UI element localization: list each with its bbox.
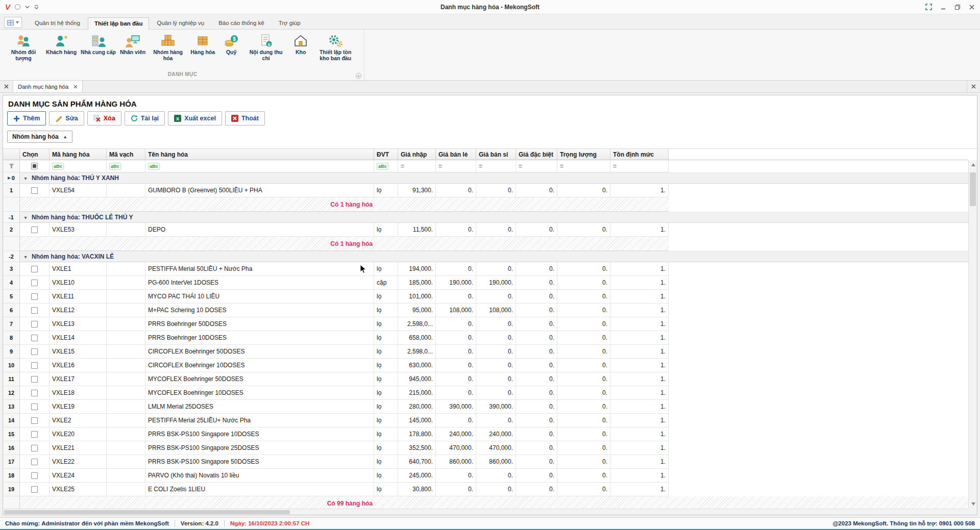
cell-gia-dac-biet[interactable]: 0. [516,455,557,469]
column-header-0[interactable]: Chọn [20,149,50,160]
cell-ten-hang-hoa[interactable]: PRRS BSK-PS100 Singapore 50DOSES [145,455,374,469]
horizontal-scrollbar[interactable] [3,509,968,515]
cell-dvt[interactable]: lọ [374,414,398,427]
cell-gia-nhap[interactable]: 2,598,0... [398,345,436,359]
row-checkbox[interactable] [31,431,38,438]
cell-chon[interactable] [20,359,50,372]
cell-ton-dinh-muc[interactable]: 1. [610,441,669,455]
grid-group-row[interactable]: ▶0▾Nhóm hàng hóa: THÚ Y XANH [3,172,968,184]
close-all-documents-button[interactable] [0,81,13,92]
cell-ma-hang-hoa[interactable]: VXLE13 [50,317,107,331]
cell-gia-dac-biet[interactable]: 0. [516,372,557,386]
cell-ten-hang-hoa[interactable]: CIRCOFLEX Boehringer 10DOSES [145,359,374,372]
vertical-scroll-thumb[interactable] [970,172,976,206]
cell-trong-luong[interactable]: 0. [557,469,610,483]
cell-ma-hang-hoa[interactable]: VXLE12 [50,304,107,317]
tai-lai-button[interactable]: Tải lại [125,111,165,125]
cell-gia-ban-le[interactable]: 0. [436,223,476,237]
filter-checkbox[interactable] [31,163,38,169]
cell-chon[interactable] [20,414,50,427]
cell-trong-luong[interactable]: 0. [557,276,610,290]
cell-gia-nhap[interactable]: 30,800. [398,483,436,496]
cell-ma-vach[interactable] [107,427,145,441]
quick-access-customize-icon[interactable] [34,5,39,9]
cell-gia-ban-si[interactable]: 0. [476,184,516,197]
row-checkbox[interactable] [31,445,38,451]
cell-gia-ban-le[interactable]: 0. [436,469,476,483]
cell-gia-dac-biet[interactable]: 0. [516,317,557,331]
row-checkbox[interactable] [31,403,38,410]
cell-ten-hang-hoa[interactable]: PESTIFFA Merial 25LIỀU+ Nước Pha [145,414,374,427]
cell-ma-hang-hoa[interactable]: VXLE24 [50,469,107,483]
cell-chon[interactable] [20,331,50,345]
cell-ma-vach[interactable] [107,304,145,317]
restore-icon[interactable] [954,4,961,10]
cell-trong-luong[interactable]: 0. [557,483,610,496]
row-checkbox[interactable] [31,187,38,194]
cell-ma-hang-hoa[interactable]: VXLE25 [50,483,107,496]
cell-ton-dinh-muc[interactable]: 1. [610,400,669,414]
cell-gia-nhap[interactable]: 2,598,0... [398,317,436,331]
cell-gia-ban-le[interactable]: 190,000. [436,276,476,290]
column-header-10[interactable]: Tồn định mức [610,149,669,160]
cell-ma-vach[interactable] [107,317,145,331]
column-header-6[interactable]: Giá bán lẻ [436,149,476,160]
cell-gia-ban-si[interactable]: 190,000. [476,276,516,290]
cell-trong-luong[interactable]: 0. [557,441,610,455]
cell-dvt[interactable]: lọ [374,184,398,197]
cell-gia-dac-biet[interactable]: 0. [516,276,557,290]
filter-cell-7[interactable]: = [476,160,516,172]
cell-dvt[interactable]: lọ [374,290,398,304]
column-header-8[interactable]: Giá đặc biệt [516,149,557,160]
cell-ma-vach[interactable] [107,276,145,290]
cell-ten-hang-hoa[interactable]: PG-600 InterVet 1DOSES [145,276,374,290]
cell-ten-hang-hoa[interactable]: PRRS Boehringer 10DOSES [145,331,374,345]
cell-ma-hang-hoa[interactable]: VXLE53 [50,223,107,237]
row-checkbox[interactable] [31,472,38,479]
column-header-2[interactable]: Mã vạch [107,149,145,160]
cell-gia-nhap[interactable]: 640,700. [398,455,436,469]
cell-gia-dac-biet[interactable]: 0. [516,441,557,455]
cell-gia-ban-si[interactable]: 0. [476,359,516,372]
ribbon-group-options-icon[interactable]: a [356,73,361,79]
fit-screen-icon[interactable] [925,4,932,10]
cell-ma-hang-hoa[interactable]: VXLE11 [50,290,107,304]
cell-ten-hang-hoa[interactable]: PRRS BSK-PS100 Singapore 10DOSES [145,427,374,441]
column-header-9[interactable]: Trọng lượng [557,149,610,160]
cell-ton-dinh-muc[interactable]: 1. [610,469,669,483]
row-checkbox[interactable] [31,417,38,424]
vertical-scrollbar[interactable] [968,160,977,509]
row-checkbox[interactable] [31,459,38,465]
cell-gia-dac-biet[interactable]: 0. [516,345,557,359]
group-expand-icon[interactable]: ▾ [22,254,29,260]
cell-gia-nhap[interactable]: 945,000. [398,372,436,386]
cell-gia-ban-le[interactable]: 0. [436,317,476,331]
cell-ton-dinh-muc[interactable]: 1. [610,262,669,276]
cell-ma-vach[interactable] [107,483,145,496]
row-checkbox[interactable] [31,321,38,327]
cell-ma-hang-hoa[interactable]: VXLE54 [50,184,107,197]
cell-dvt[interactable]: lọ [374,304,398,317]
cell-gia-dac-biet[interactable]: 0. [516,469,557,483]
cell-ton-dinh-muc[interactable]: 1. [610,483,669,496]
cell-gia-ban-le[interactable]: 0. [436,331,476,345]
cell-ton-dinh-muc[interactable]: 1. [610,455,669,469]
cell-ma-vach[interactable] [107,359,145,372]
cell-dvt[interactable]: lọ [374,372,398,386]
cell-ton-dinh-muc[interactable]: 1. [610,223,669,237]
cell-chon[interactable] [20,386,50,400]
cell-gia-nhap[interactable]: 95,000. [398,304,436,317]
group-expand-icon[interactable]: ▾ [22,215,29,220]
cell-chon[interactable] [20,469,50,483]
cell-gia-dac-biet[interactable]: 0. [516,304,557,317]
cell-dvt[interactable]: lọ [374,483,398,496]
cell-ten-hang-hoa[interactable]: MYCOFLEX Boehringer 50DOSES [145,372,374,386]
cell-gia-ban-le[interactable]: 0. [436,345,476,359]
group-by-panel[interactable]: Nhóm hàng hóa ▲ [3,130,977,148]
cell-dvt[interactable]: lọ [374,427,398,441]
cell-gia-nhap[interactable]: 658,000. [398,331,436,345]
ribbon-tab-bao-cao-thong-ke[interactable]: Báo cáo thống kê [212,17,271,29]
cell-ten-hang-hoa[interactable]: LMLM Merial 25DOSES [145,400,374,414]
thoat-button[interactable]: Thoát [225,111,265,125]
cell-ten-hang-hoa[interactable]: CIRCOFLEX Boehringer 50DOSES [145,345,374,359]
